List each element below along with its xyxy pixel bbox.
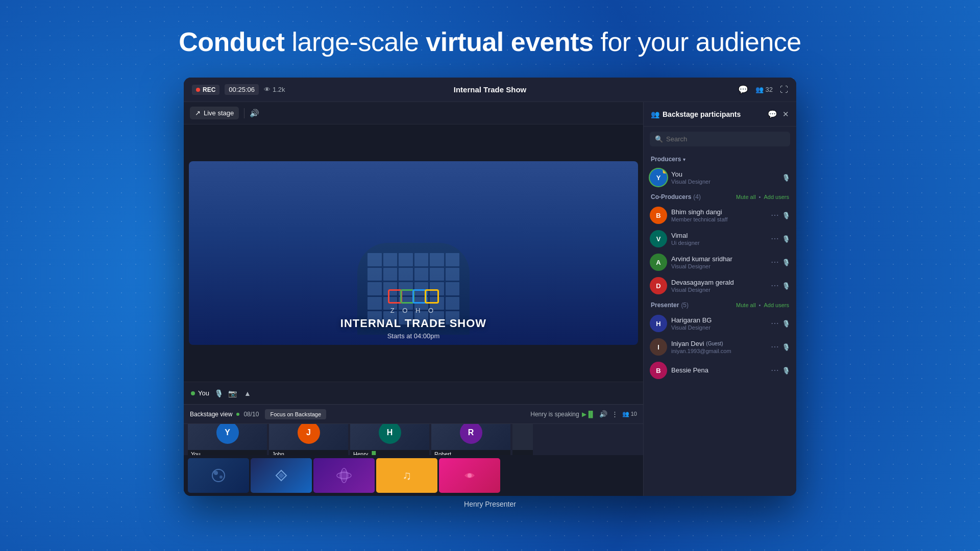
video-frame: Z O H O INTERNAL TRADE SHOW Starts at 04… (189, 161, 638, 345)
expand-icon[interactable]: ▲ (244, 389, 251, 397)
title-bar-left: REC 00:25:06 👁 1.2k (192, 84, 294, 95)
search-input[interactable] (666, 135, 785, 143)
participant-arvind[interactable]: A Arvind kumar sridhar Visual Designer ⋯… (644, 251, 796, 274)
more-icon-vimal[interactable]: ⋯ (771, 235, 779, 243)
window (399, 253, 413, 266)
avatar-bessie: B (650, 362, 667, 379)
participant-info-harigaran: Harigaran BG Visual Designer (671, 316, 767, 331)
svg-point-6 (468, 473, 472, 478)
you-indicator: You (191, 389, 209, 397)
participants-count: 👥 32 (755, 86, 773, 93)
participant-info-arvind: Arvind kumar sridhar Visual Designer (671, 255, 767, 269)
you-active-dot (191, 391, 195, 395)
media-thumb-3[interactable] (313, 458, 375, 493)
presenter-label-below: Henry Presenter (464, 500, 516, 508)
mic-icon-harigaran[interactable]: 🎙️ (782, 320, 790, 328)
focus-backstage-button[interactable]: Focus on Backstage (265, 409, 326, 419)
window (446, 253, 460, 266)
add-users-coproducers[interactable]: Add users (764, 194, 789, 200)
camera-off-icon[interactable]: 📷 (228, 389, 237, 397)
speaking-label: Henry is speaking ▶▐▌ (530, 411, 595, 418)
mic-icon-bhim[interactable]: 🎙️ (782, 212, 790, 219)
mic-mute-icon[interactable]: 🎙️ (214, 389, 223, 397)
mic-icon-you[interactable]: 🎙️ (782, 174, 790, 182)
mic-icon-vimal[interactable]: 🎙️ (782, 235, 790, 243)
media-thumb-4[interactable]: ♫ (376, 458, 437, 493)
bs-tile-video-you: Y (188, 424, 267, 450)
avatar-you: Y 👑 (650, 169, 667, 186)
bs-avatar-henry: H (379, 424, 401, 444)
more-icon-arvind[interactable]: ⋯ (771, 258, 779, 266)
volume-icon[interactable]: 🔊 (250, 109, 259, 118)
sidebar-title-text: Backstage participants (663, 110, 741, 118)
backstage-strip: Backstage view 08/10 Focus on Backstage … (184, 404, 643, 496)
bs-more-john[interactable]: ⋯ (338, 453, 345, 456)
hero-title-strong1: Conduct (179, 27, 284, 57)
media-thumb-5[interactable] (439, 458, 500, 493)
sidebar-close-icon[interactable]: ✕ (782, 110, 789, 119)
producers-chevron[interactable]: ▾ (683, 157, 685, 162)
participant-vimal[interactable]: V Vimal Ui designer ⋯ 🎙️ (644, 227, 796, 251)
backstage-count: 08/10 (243, 411, 259, 418)
participant-actions-bhim: ⋯ 🎙️ (771, 211, 790, 219)
participant-name-vimal: Vimal (671, 232, 767, 239)
more-icon-devasagayam[interactable]: ⋯ (771, 282, 779, 290)
participant-iniyan[interactable]: I Iniyan Devi (Guest) iniyan.1993@gmail.… (644, 335, 796, 359)
fullscreen-icon[interactable]: ⛶ (780, 85, 788, 94)
participant-info-you: You Visual Designer (671, 170, 778, 185)
bs-avatar-robert: R (460, 424, 482, 444)
mute-all-coproducers[interactable]: Mute all (736, 194, 756, 200)
more-icon-harigaran[interactable]: ⋯ (771, 319, 779, 328)
bs-tile-robert: R Robert Presenter ⋯ (431, 424, 510, 455)
search-box[interactable]: 🔍 (650, 132, 790, 146)
bs-more-icon[interactable]: ⋮ (611, 410, 618, 418)
bs-tile-you: Y You Moderator ⋯ (188, 424, 267, 455)
avatar-vimal: V (650, 230, 667, 247)
participant-bessie[interactable]: B Bessie Pena ⋯ 🎙️ (644, 359, 796, 382)
bs-volume-icon[interactable]: 🔊 (599, 410, 607, 418)
live-stage-label: Live stage (204, 109, 234, 117)
mic-icon-iniyan[interactable]: 🎙️ (782, 343, 790, 351)
mic-icon-devasagayam[interactable]: 🎙️ (782, 282, 790, 290)
hero-title: Conduct large-scale virtual events for y… (179, 27, 801, 57)
sidebar-chat-icon[interactable]: 💬 (768, 110, 777, 119)
participant-harigaran[interactable]: H Harigaran BG Visual Designer ⋯ 🎙️ (644, 312, 796, 335)
more-icon-bhim[interactable]: ⋯ (771, 211, 779, 219)
bs-name-role: You Moderator (191, 451, 214, 455)
eye-icon: 👁 (264, 86, 271, 93)
participant-name-iniyan: Iniyan Devi (Guest) (671, 340, 767, 347)
window (430, 268, 444, 281)
participant-devasagayam[interactable]: D Devasagayam gerald Visual Designer ⋯ 🎙… (644, 274, 796, 297)
bs-toolbar-icons: 🔊 ⋮ (599, 410, 618, 418)
participant-bhim[interactable]: B Bhim singh dangi Member technical staf… (644, 204, 796, 227)
participant-you[interactable]: Y 👑 You Visual Designer 🎙️ (644, 166, 796, 189)
mute-all-presenters[interactable]: Mute all (736, 302, 756, 308)
zoho-text: Z O H O (390, 307, 436, 314)
svg-point-1 (214, 471, 218, 475)
bs-more-henry[interactable]: ⋯ (419, 453, 426, 456)
svg-point-2 (219, 475, 223, 479)
video-container: Z O H O INTERNAL TRADE SHOW Starts at 04… (184, 124, 643, 382)
participants-panel-icon: 👥 (651, 110, 659, 118)
participant-info-devasagayam: Devasagayam gerald Visual Designer (671, 279, 767, 293)
mic-icon-bessie[interactable]: 🎙️ (782, 367, 790, 374)
participant-name-harigaran: Harigaran BG (671, 316, 767, 324)
more-icon-iniyan[interactable]: ⋯ (771, 343, 779, 351)
presenter-label: Presenter (651, 302, 679, 309)
media-thumb-1[interactable] (188, 458, 249, 493)
bs-tile-john: J John Presenter ⋯ (269, 424, 348, 455)
mic-icon-arvind[interactable]: 🎙️ (782, 259, 790, 266)
more-icon-bessie[interactable]: ⋯ (771, 366, 779, 374)
chat-icon[interactable]: 💬 (738, 85, 748, 94)
media-thumb-2[interactable] (251, 458, 312, 493)
live-stage-button[interactable]: ↗ Live stage (190, 107, 239, 119)
guest-badge: (Guest) (706, 341, 723, 346)
bs-tile-henry: H Henry ▐▌ Presenter ⋯ (350, 424, 429, 455)
add-users-presenters[interactable]: Add users (764, 302, 789, 308)
participant-actions-vimal: ⋯ 🎙️ (771, 235, 790, 243)
window (399, 268, 413, 281)
bs-tile-footer-you: You Moderator ⋯ (188, 450, 267, 456)
bs-more-you[interactable]: ⋯ (257, 453, 264, 456)
bs-name-role: Robert Presenter (434, 451, 456, 455)
bs-more-robert[interactable]: ⋯ (500, 453, 507, 456)
